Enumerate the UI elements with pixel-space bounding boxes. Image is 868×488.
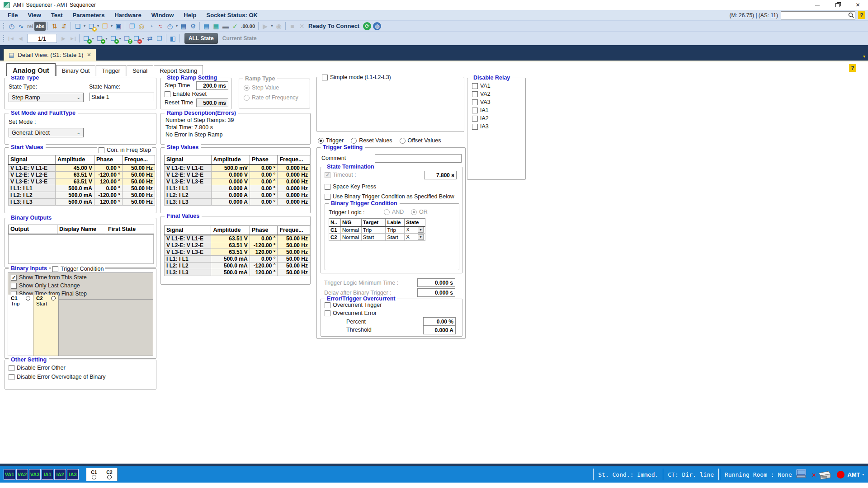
state-nav-icon[interactable]: |◄ xyxy=(7,34,16,43)
amplitude-cell[interactable]: 63.51 V xyxy=(56,178,94,185)
binary-channel-indicator[interactable]: C2 xyxy=(102,468,117,481)
column-header[interactable]: Lable xyxy=(386,219,405,226)
state-nav-icon[interactable]: ► xyxy=(59,34,68,43)
state-tool-icon[interactable]: ▾ xyxy=(141,34,145,43)
amplitude-cell[interactable]: 500.0 mA xyxy=(56,192,94,198)
toolbar-icon[interactable]: ❏ xyxy=(73,22,82,31)
table-row[interactable]: I L3: I L3 500.0 mA 120.00 ° 50.00 Hz xyxy=(9,198,155,205)
overcurrent-trigger-checkbox[interactable]: Overcurrent Trigger xyxy=(325,302,382,308)
state-nav-icon[interactable]: ◄ xyxy=(16,34,25,43)
table-row[interactable]: V L1-E: V L1-E 63.51 V 0.00 ° 50.00 Hz xyxy=(165,235,310,242)
table-row[interactable]: V L3-E: V L3-E 63.51 V 120.00 ° 50.00 Hz xyxy=(165,249,310,255)
current-state-button[interactable]: Current State xyxy=(222,35,257,42)
state-tool-icon[interactable]: ❐ xyxy=(155,34,164,43)
column-header[interactable]: Amplitude xyxy=(56,155,94,164)
table-row[interactable]: V L2-E: V L2-E 63.51 V -120.00 ° 50.00 H… xyxy=(165,242,310,249)
amt-menu-label[interactable]: AMT xyxy=(847,471,860,478)
toolbar-icon[interactable]: ▾ xyxy=(270,22,274,31)
table-row[interactable]: V L1-E: V L1-E 500.0 mV 0.00 ° 0.000 Hz xyxy=(165,164,310,172)
column-header[interactable]: N.. xyxy=(329,219,341,226)
state-tool-icon[interactable]: ▾ xyxy=(104,34,108,43)
disable-relay-checkbox[interactable]: VA2 xyxy=(472,91,491,97)
context-help-button[interactable]: ? xyxy=(849,64,856,72)
table-row[interactable]: I L2: I L2 500.0 mA -120.00 ° 50.00 Hz xyxy=(9,192,155,198)
column-header[interactable]: Signal xyxy=(165,155,212,164)
ramp-type-radio[interactable]: Step Value xyxy=(244,84,298,91)
state-tool-icon[interactable]: ❏ + xyxy=(108,34,118,43)
column-header[interactable]: Signal xyxy=(9,155,56,164)
column-header[interactable]: Signal xyxy=(165,226,211,235)
table-row[interactable]: I L1: I L1 0.000 A 0.00 ° 0.000 Hz xyxy=(165,185,310,192)
toolbar-icon[interactable] xyxy=(71,22,71,30)
state-tool-icon[interactable]: ▾ xyxy=(118,34,122,43)
strip-overflow-icon[interactable]: ▾ xyxy=(863,54,865,59)
toolbar-icon[interactable]: ▾ xyxy=(96,22,100,31)
toolbar-icon[interactable] xyxy=(47,22,48,30)
column-header[interactable]: Phase xyxy=(250,226,278,235)
toolbar-icon[interactable]: ⇵ xyxy=(59,22,69,31)
disable-relay-checkbox[interactable]: IA3 xyxy=(472,123,491,130)
amplitude-cell[interactable]: 63.51 V xyxy=(56,171,94,178)
toolbar-icon[interactable]: ▾ xyxy=(82,22,86,31)
tab-close-icon[interactable]: ✕ xyxy=(87,52,91,58)
table-row[interactable]: I L2: I L2 0.000 A 0.00 ° 0.000 Hz xyxy=(165,192,310,198)
page-tab[interactable]: Serial xyxy=(127,65,153,76)
column-header[interactable]: State xyxy=(405,219,425,226)
binary-input-channel[interactable]: C1 Trip xyxy=(8,295,33,356)
threshold-input[interactable]: 0.000 A xyxy=(423,326,456,334)
menu-item[interactable]: Hardware xyxy=(109,12,146,19)
table-row[interactable]: C2 Normal Start Start X▾ xyxy=(329,234,425,241)
table-row[interactable]: I L3: I L3 0.000 A 0.00 ° 0.000 Hz xyxy=(165,198,310,205)
state-tool-icon[interactable] xyxy=(79,34,80,42)
reset-time-input[interactable]: 500.0 ms xyxy=(196,99,228,107)
channel-button[interactable]: IA3 xyxy=(67,469,79,480)
toolbar-icon[interactable] xyxy=(125,22,125,30)
toolbar-icon[interactable]: ▦ xyxy=(211,22,221,31)
timeout-checkbox[interactable]: Timeout : xyxy=(325,172,356,178)
toolbar-icon[interactable] xyxy=(285,22,286,30)
close-button[interactable]: ✕ xyxy=(848,0,868,10)
state-page-indicator[interactable]: 1/1 xyxy=(27,34,57,43)
ramp-type-radio[interactable]: Rate of Frequency xyxy=(244,94,298,101)
column-header[interactable]: Freque... xyxy=(278,226,310,235)
amplitude-cell[interactable]: 500.0 mA xyxy=(56,185,94,192)
binary-channel-indicator[interactable]: C1 xyxy=(86,468,102,481)
channel-button[interactable]: IA1 xyxy=(42,469,53,480)
chevron-down-icon[interactable]: ▾ xyxy=(862,472,864,477)
restore-button[interactable] xyxy=(827,0,848,10)
menu-item[interactable]: Window xyxy=(146,12,179,19)
toolbar-icon[interactable]: ❏ ★ xyxy=(86,22,96,31)
table-row[interactable]: V L3-E: V L3-E 0.000 V 0.00 ° 0.000 Hz xyxy=(165,178,310,185)
toolbar-icon[interactable]: ⚙ xyxy=(188,22,198,31)
disable-relay-checkbox[interactable]: VA1 xyxy=(472,83,491,89)
toolbar-icon[interactable]: ∿ xyxy=(16,22,26,31)
comment-input[interactable] xyxy=(375,154,462,163)
table-row[interactable]: I L3: I L3 500.0 mA 120.00 ° 50.00 Hz xyxy=(165,269,310,276)
chevron-down-icon[interactable]: ▾ xyxy=(418,227,424,233)
channel-button[interactable]: IA2 xyxy=(54,469,66,480)
table-row[interactable]: I L1: I L1 500.0 mA 0.00 ° 50.00 Hz xyxy=(165,255,310,262)
toolbar-icon[interactable]: ◴ xyxy=(165,22,175,31)
column-header[interactable]: Phase xyxy=(94,155,123,164)
page-tab[interactable]: Trigger xyxy=(96,65,126,76)
toolbar-icon[interactable]: ▾ xyxy=(109,22,113,31)
toolbar-gripper[interactable] xyxy=(3,35,5,42)
disable-relay-checkbox[interactable]: IA1 xyxy=(472,107,491,113)
toolbar-icon[interactable]: ❐ xyxy=(127,22,137,31)
binary-input-channel[interactable]: C2 Start xyxy=(33,295,59,356)
disable-relay-checkbox[interactable]: VA3 xyxy=(472,99,491,105)
column-header[interactable]: Amplitude xyxy=(211,155,250,164)
state-tool-icon[interactable]: ◧ xyxy=(168,34,178,43)
table-row[interactable]: V L2-E: V L2-E 63.51 V -120.00 ° 50.00 H… xyxy=(9,171,155,178)
toolbar-icon[interactable]: ▣ xyxy=(113,22,123,31)
page-tab[interactable]: Binary Out xyxy=(56,65,95,76)
table-row[interactable]: V L2-E: V L2-E 0.000 V 0.00 ° 0.000 Hz xyxy=(165,171,310,178)
toolbar-icon[interactable]: ≈ xyxy=(156,22,165,31)
menu-item[interactable]: View xyxy=(23,12,46,19)
all-state-button[interactable]: ALL State xyxy=(184,33,218,44)
state-tool-icon[interactable]: ❏ + xyxy=(95,34,104,43)
set-mode-select[interactable]: General: Direct ⌄ xyxy=(9,128,84,137)
toolbar-icon[interactable]: ❒ xyxy=(100,22,109,31)
column-header[interactable]: Phase xyxy=(250,155,277,164)
detail-view-tab[interactable]: ▤ Detail View: (S1: State 1) ✕ xyxy=(4,49,96,61)
